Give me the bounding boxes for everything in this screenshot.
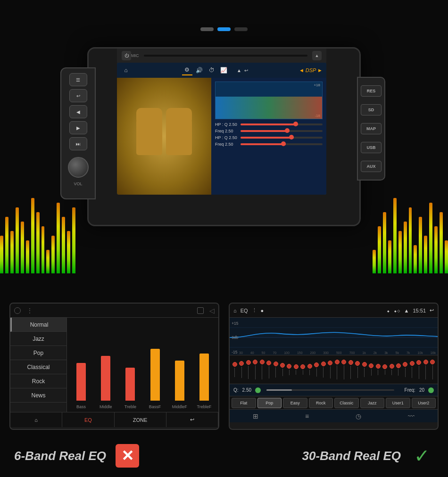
band30-menu-icon[interactable]: ⋮ — [252, 307, 257, 313]
page-dot-3[interactable] — [234, 27, 248, 31]
band30-slider-2[interactable] — [245, 360, 251, 379]
band30-slider-11[interactable] — [307, 364, 313, 376]
res-button[interactable]: RES — [361, 85, 382, 97]
eject-button[interactable]: ▲ — [312, 51, 322, 60]
band30-slider-7[interactable] — [279, 363, 285, 376]
eq-freq2-slider[interactable] — [241, 143, 323, 145]
band6-eq-nav[interactable]: EQ — [62, 412, 114, 427]
aux-button[interactable]: AUX — [361, 161, 382, 172]
band6-bar-group-4[interactable]: MiddleF — [175, 335, 184, 401]
band6-bar-group-5[interactable]: TrebleF — [199, 335, 209, 401]
band6-bar-group-3[interactable]: BassF — [150, 335, 160, 401]
band30-slider-10[interactable] — [300, 364, 306, 375]
preset-classic[interactable]: Classic — [334, 398, 359, 408]
preset-jazz[interactable]: Jazz — [10, 332, 66, 346]
map-button[interactable]: MAP — [361, 123, 382, 134]
eq-icon[interactable]: ⚙ — [182, 65, 192, 75]
back-button[interactable]: ↩ — [69, 89, 87, 102]
band30-slider-4[interactable] — [259, 360, 265, 379]
preset-rock[interactable]: Rock — [10, 374, 66, 388]
skip-button[interactable]: ⏭ — [69, 137, 87, 150]
volume-knob[interactable] — [68, 157, 89, 178]
preset-rock30[interactable]: Rock — [309, 398, 333, 408]
band30-slider-20[interactable] — [368, 363, 374, 376]
clock-icon[interactable]: ◷ — [356, 412, 361, 420]
eq-hp-q-thumb — [293, 122, 298, 126]
band30-slider-3[interactable] — [252, 360, 258, 379]
wave-bottom-icon[interactable]: 〰 — [408, 412, 415, 420]
eq-hp-q-slider[interactable] — [241, 123, 323, 125]
band30-slider-1[interactable] — [238, 361, 244, 378]
band30-slider-26[interactable] — [409, 361, 415, 378]
time-icon[interactable]: ⏱ — [207, 65, 217, 75]
eq-freq2-fill — [241, 143, 286, 145]
band30-slider-5[interactable] — [265, 361, 272, 378]
band30-slider-16[interactable] — [341, 360, 347, 379]
band30-slider-14[interactable] — [327, 361, 333, 379]
band30-slider-9[interactable] — [293, 364, 299, 375]
band30-slider-6[interactable] — [273, 362, 279, 377]
band30-slider-28[interactable] — [423, 360, 429, 379]
band30-slider-18[interactable] — [354, 361, 360, 378]
slider-line-20 — [371, 369, 372, 376]
preset-pop30[interactable]: Pop — [257, 398, 282, 408]
slider-line-26 — [412, 367, 412, 378]
band6-home-nav[interactable]: ⌂ — [10, 412, 62, 427]
band30-slider-13[interactable] — [320, 362, 326, 378]
band6-bar-group-2[interactable]: Treble — [125, 335, 135, 401]
preset-user2[interactable]: User2 — [412, 398, 436, 408]
band30-home-icon[interactable]: ⌂ — [233, 308, 237, 313]
topbar-arrow-icon[interactable]: ◁ — [209, 307, 215, 314]
band30-back-icon[interactable]: ↩ — [430, 307, 434, 313]
wave-icon[interactable]: 📈 — [219, 65, 229, 75]
band30-slider-0[interactable] — [232, 362, 238, 377]
power-button[interactable]: ⏻ — [122, 51, 131, 60]
eq-hp-freq-slider[interactable] — [241, 130, 323, 132]
usb-button[interactable]: USB — [361, 142, 382, 153]
q-slider-track[interactable] — [266, 389, 394, 391]
band6-visualizer: BassMiddleTrebleBassFMiddleFTrebleF — [67, 318, 218, 412]
band30-slider-22[interactable] — [382, 364, 388, 375]
band30-slider-12[interactable] — [314, 362, 320, 376]
volume-icon[interactable]: 🔊 — [194, 65, 205, 75]
slider-line-25 — [405, 368, 406, 377]
band30-slider-24[interactable] — [395, 363, 401, 376]
band30-slider-23[interactable] — [389, 364, 395, 375]
eq-hp-q2-slider[interactable] — [241, 137, 323, 139]
eq-bar-right-0 — [445, 240, 448, 273]
q-dot[interactable] — [255, 387, 261, 393]
band6-bar-group-0[interactable]: Bass — [76, 335, 86, 401]
page-dot-1[interactable] — [200, 27, 214, 31]
band30-slider-19[interactable] — [361, 362, 367, 377]
preset-normal[interactable]: Normal — [10, 318, 66, 332]
band30-slider-21[interactable] — [375, 364, 381, 375]
preset-user1[interactable]: User1 — [386, 398, 410, 408]
preset-jazz30[interactable]: Jazz — [360, 398, 385, 408]
band6-bar-group-1[interactable]: Middle — [101, 335, 110, 401]
band6-zone-nav[interactable]: ZONE — [115, 412, 166, 427]
topbar-menu-icon[interactable]: ⋮ — [26, 307, 33, 314]
preset-pop[interactable]: Pop — [10, 346, 66, 360]
list-icon[interactable]: ≡ — [305, 412, 309, 420]
preset-news[interactable]: News — [10, 388, 66, 403]
band30-slider-15[interactable] — [334, 360, 340, 379]
grid-icon[interactable]: ⊞ — [253, 412, 258, 420]
band6-back-nav[interactable]: ↩ — [166, 412, 218, 427]
home-screen-icon[interactable]: ⌂ — [121, 65, 131, 75]
next-button[interactable]: ▶ — [69, 121, 87, 134]
preset-easy[interactable]: Easy — [283, 398, 307, 408]
band30-slider-17[interactable] — [348, 360, 354, 379]
band30-slider-25[interactable] — [402, 362, 408, 377]
preset-flat[interactable]: Flat — [232, 398, 256, 408]
preset-classical[interactable]: Classical — [10, 360, 66, 374]
page-dot-2[interactable] — [217, 27, 231, 31]
screen-content: +18 -18 HP : Q 2.50 Freq 2.50 — [117, 78, 326, 195]
sd-button[interactable]: SD — [361, 104, 382, 115]
cd-slot — [144, 55, 308, 57]
band30-slider-27[interactable] — [416, 360, 422, 379]
freq-dot[interactable] — [428, 387, 434, 393]
menu-button[interactable]: ☰ — [69, 73, 87, 86]
band30-slider-29[interactable] — [430, 360, 436, 379]
band30-slider-8[interactable] — [286, 364, 292, 375]
prev-button[interactable]: ◀ — [69, 105, 87, 118]
